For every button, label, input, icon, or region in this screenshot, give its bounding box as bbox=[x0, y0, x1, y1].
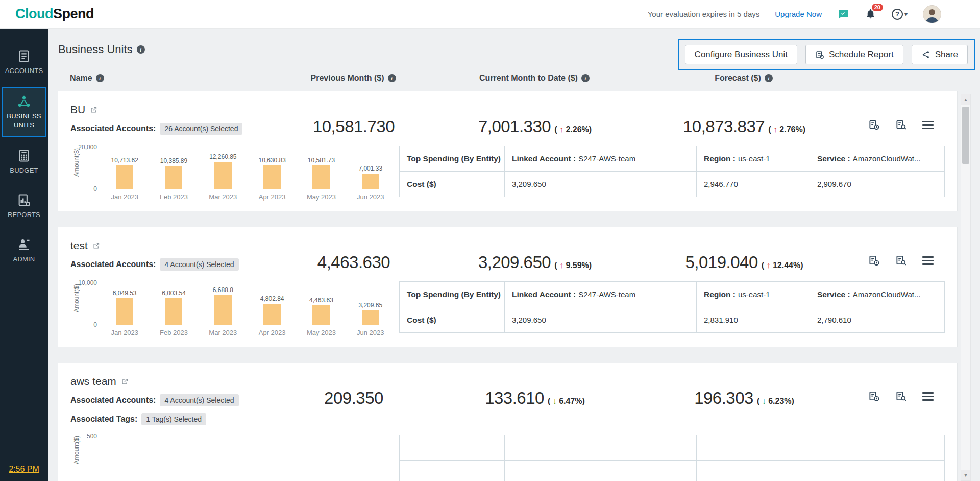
column-name-info-icon[interactable]: i bbox=[96, 74, 104, 82]
trend-down-icon: ↓ bbox=[553, 397, 557, 405]
external-link-icon[interactable] bbox=[92, 242, 100, 250]
apps-grid-icon[interactable] bbox=[957, 9, 968, 20]
chart-x-label: Apr 2023 bbox=[248, 325, 297, 336]
accounts-selected-badge[interactable]: 4 Account(s) Selected bbox=[160, 258, 238, 271]
associated-accounts-row: Associated Accounts: 4 Account(s) Select… bbox=[70, 394, 275, 406]
chart-x-label: May 2023 bbox=[297, 325, 346, 336]
top-spending-table: Top Spending (By Entity)Linked Account :… bbox=[399, 146, 945, 197]
associated-accounts-label: Associated Accounts: bbox=[70, 396, 156, 405]
sidebar-item-label: BUDGET bbox=[10, 166, 38, 175]
chart-value-label: 6,049.53 bbox=[113, 290, 137, 297]
column-forecast-info-icon[interactable]: i bbox=[765, 74, 773, 82]
configure-business-unit-label: Configure Business Unit bbox=[695, 50, 788, 60]
accounts-icon bbox=[17, 49, 31, 63]
view-report-icon[interactable] bbox=[895, 255, 907, 267]
external-link-icon[interactable] bbox=[90, 106, 97, 114]
configure-business-unit-button[interactable]: Configure Business Unit bbox=[685, 45, 797, 64]
page-title-info-icon[interactable]: i bbox=[137, 45, 145, 54]
chart-x-label: Jan 2023 bbox=[100, 325, 149, 336]
chart-x-label: Apr 2023 bbox=[248, 189, 297, 201]
empty-cell bbox=[810, 435, 945, 461]
trend-up-icon: ↑ bbox=[559, 261, 564, 270]
sidebar-item-accounts[interactable]: ACCOUNTS bbox=[2, 42, 46, 82]
chart-value-label: 10,630.83 bbox=[258, 157, 285, 164]
trend-up-icon: ↑ bbox=[559, 125, 564, 134]
trend-down-icon: ↓ bbox=[762, 397, 766, 405]
column-previous-month-info-icon[interactable]: i bbox=[388, 74, 396, 82]
chart-y-max-tick: 10,000 bbox=[78, 279, 97, 286]
schedule-export-icon[interactable] bbox=[868, 119, 880, 131]
sidebar-clock: 2:56 PM bbox=[0, 465, 48, 474]
business-unit-name[interactable]: test bbox=[70, 239, 88, 252]
chart-bar bbox=[116, 298, 133, 325]
business-unit-card: test Associated Accounts: 4 Account(s) S… bbox=[58, 227, 958, 347]
user-avatar[interactable] bbox=[923, 5, 941, 23]
view-report-icon[interactable] bbox=[895, 391, 907, 402]
view-report-icon[interactable] bbox=[895, 119, 907, 131]
business-unit-card: aws team Associated Accounts: 4 Account(… bbox=[58, 363, 958, 481]
help-menu[interactable]: ? ▾ bbox=[892, 9, 908, 20]
accounts-selected-badge[interactable]: 4 Account(s) Selected bbox=[160, 394, 238, 406]
card-menu-icon[interactable] bbox=[922, 255, 934, 267]
chart-y-min-tick: 0 bbox=[93, 185, 97, 193]
spend-bar-chart: Amount($) 500 bbox=[70, 435, 395, 481]
chart-y-axis-label: Amount($) bbox=[73, 148, 80, 177]
empty-cell bbox=[697, 435, 810, 461]
business-unit-name[interactable]: BU bbox=[70, 104, 85, 116]
schedule-report-button[interactable]: Schedule Report bbox=[805, 45, 903, 64]
entity-header-cell: Linked Account :S247-AWS-team bbox=[505, 146, 697, 172]
sidebar-item-reports[interactable]: REPORTS bbox=[2, 186, 46, 226]
cost-value-cell: 2,909.670 bbox=[810, 172, 945, 197]
evaluation-expiry-text: Your evaluation expires in 5 days bbox=[648, 10, 760, 18]
empty-cell bbox=[505, 461, 697, 481]
notification-count-badge: 20 bbox=[872, 4, 883, 11]
scrollbar-track[interactable] bbox=[961, 105, 970, 470]
column-current-month: Current Month to Date ($) bbox=[479, 74, 578, 83]
scroll-up-button[interactable]: ▲ bbox=[961, 94, 970, 105]
upgrade-now-link[interactable]: Upgrade Now bbox=[775, 10, 822, 18]
cost-value-cell: 2,946.770 bbox=[697, 172, 810, 197]
scrollbar-thumb[interactable] bbox=[962, 107, 969, 164]
external-link-icon[interactable] bbox=[121, 378, 129, 386]
current-month-change: ( ↑ 9.59%) bbox=[554, 261, 592, 270]
chart-value-label: 6,003.54 bbox=[162, 290, 186, 297]
trend-up-icon: ↑ bbox=[773, 125, 777, 134]
forecast-change: ( ↑ 2.76%) bbox=[768, 125, 805, 134]
chart-x-label: Feb 2023 bbox=[149, 325, 198, 336]
chart-bar bbox=[263, 304, 281, 325]
chart-x-label: Mar 2023 bbox=[199, 325, 248, 336]
top-spending-table bbox=[399, 435, 945, 481]
empty-cell bbox=[697, 461, 810, 481]
forecast-value: 5,019.040 bbox=[685, 253, 757, 272]
column-current-month-info-icon[interactable]: i bbox=[581, 74, 590, 82]
associated-accounts-row: Associated Accounts: 26 Account(s) Selec… bbox=[70, 123, 275, 135]
chart-x-label: May 2023 bbox=[297, 189, 346, 201]
chart-bar bbox=[214, 295, 232, 325]
cost-value-cell: 3,209.650 bbox=[505, 307, 697, 333]
empty-cell bbox=[400, 435, 505, 461]
feedback-chat-icon[interactable] bbox=[837, 8, 849, 20]
notifications-bell-icon[interactable]: 20 bbox=[865, 8, 876, 20]
scrollbar[interactable]: ▲ ▼ bbox=[961, 94, 971, 481]
sidebar-nav: ACCOUNTS BUSINESS UNITS BUDGET REPORTS A… bbox=[0, 29, 48, 481]
sidebar-item-label: ADMIN bbox=[13, 255, 35, 263]
tags-selected-badge[interactable]: 1 Tag(s) Selected bbox=[141, 413, 206, 425]
accounts-selected-badge[interactable]: 26 Account(s) Selected bbox=[160, 123, 242, 135]
sidebar-item-business-units[interactable]: BUSINESS UNITS bbox=[2, 87, 46, 137]
schedule-export-icon[interactable] bbox=[868, 391, 880, 402]
chart-value-label: 7,001.33 bbox=[358, 165, 382, 172]
sidebar-item-admin[interactable]: ADMIN bbox=[2, 231, 46, 270]
schedule-export-icon[interactable] bbox=[868, 255, 880, 267]
app-header: CloudSpend Your evaluation expires in 5 … bbox=[0, 0, 980, 29]
card-menu-icon[interactable] bbox=[922, 391, 934, 402]
card-menu-icon[interactable] bbox=[922, 119, 934, 131]
sidebar-item-budget[interactable]: BUDGET bbox=[2, 142, 46, 181]
current-month-change: ( ↑ 2.26%) bbox=[554, 125, 592, 134]
chart-bar bbox=[165, 166, 182, 189]
chart-x-label: Jun 2023 bbox=[346, 189, 395, 201]
cost-row-label-cell: Cost ($) bbox=[400, 307, 505, 333]
share-button[interactable]: Share bbox=[912, 45, 968, 64]
chart-y-max-tick: 20,000 bbox=[78, 143, 97, 151]
scroll-down-button[interactable]: ▼ bbox=[961, 470, 970, 480]
business-unit-name[interactable]: aws team bbox=[70, 375, 116, 388]
